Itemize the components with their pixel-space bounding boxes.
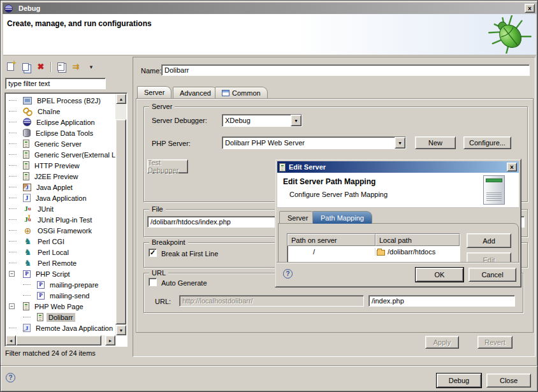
- help-icon[interactable]: ?: [6, 373, 15, 382]
- tree-item-java-applet[interactable]: Java Applet: [5, 182, 116, 192]
- server-icon: [23, 161, 29, 170]
- tree-item-label: mailing-prepare: [48, 280, 100, 289]
- url-path-input[interactable]: /index.php: [368, 295, 515, 307]
- table-row[interactable]: / /dolibarr/htdocs: [287, 246, 460, 258]
- tree-connector: [9, 165, 23, 166]
- new-server-button[interactable]: New: [415, 136, 456, 149]
- tree-item-osgi-framework[interactable]: OSGi Framework: [5, 225, 116, 236]
- hscroll-thumb[interactable]: [16, 335, 101, 345]
- filter-icon[interactable]: ⇉: [70, 61, 82, 73]
- tree-connector: [9, 198, 23, 198]
- dialog-tab-server[interactable]: Server: [279, 211, 316, 224]
- tree-item-mailing-prepare[interactable]: mailing-prepare: [5, 279, 116, 290]
- dialog-subheading: Configure Server Path Mapping: [289, 191, 388, 198]
- tree-connector: [9, 219, 23, 220]
- filter-input[interactable]: type filter text: [5, 78, 106, 89]
- tree-vscrollbar[interactable]: ▲ ▼: [115, 94, 126, 335]
- name-input[interactable]: Dolibarr: [161, 64, 530, 76]
- tree-item-php-script[interactable]: −PHP Script: [5, 268, 116, 279]
- db-icon: [23, 129, 31, 137]
- tree-item-perl-local[interactable]: Perl Local: [5, 247, 116, 258]
- scroll-up-icon[interactable]: ▲: [116, 94, 126, 104]
- path-mapping-content: Path on server Local path / /dolibarr/ht…: [278, 223, 519, 264]
- tree-hscrollbar[interactable]: ◄ ►: [6, 335, 115, 345]
- config-tree: BPEL Process (B2J)ChaîneEclipse Applicat…: [5, 95, 116, 335]
- collapse-expander-icon[interactable]: −: [9, 271, 15, 277]
- tab-common[interactable]: Common: [215, 87, 268, 99]
- edit-server-dialog: Edit Server × Edit Server Path Mapping C…: [275, 159, 521, 287]
- cancel-button[interactable]: Cancel: [469, 268, 516, 282]
- tree-item-label: HTTP Preview: [33, 161, 82, 170]
- server-icon: [23, 302, 29, 310]
- tree-item-junit-plug-in-test[interactable]: JUnit Plug-in Test: [5, 214, 116, 225]
- vscroll-thumb[interactable]: [115, 119, 126, 324]
- test-debugger-button[interactable]: Test Debugger: [147, 159, 188, 173]
- banner: Create, manage, and run configurations: [3, 14, 536, 55]
- column-header-local-path[interactable]: Local path: [375, 234, 460, 246]
- server-debugger-select[interactable]: XDebug ▼: [222, 114, 302, 127]
- tree-item-remote-java-application[interactable]: Remote Java Application: [5, 323, 116, 333]
- scroll-left-icon[interactable]: ◄: [6, 335, 16, 345]
- tree-connector: [9, 252, 23, 252]
- eclipse-icon: [4, 4, 13, 13]
- tree-item-label: Generic Server: [33, 140, 84, 149]
- tree-item-label: Eclipse Application: [34, 118, 97, 127]
- tab-advanced[interactable]: Advanced: [173, 87, 218, 99]
- bug-icon: [485, 15, 534, 54]
- tree-item-junit[interactable]: JUnit: [5, 203, 116, 214]
- close-icon[interactable]: ×: [525, 4, 535, 13]
- tree-item-generic-server[interactable]: Generic Server: [5, 138, 116, 149]
- close-button[interactable]: Close: [486, 374, 531, 388]
- tree-item-cha-ne[interactable]: Chaîne: [5, 106, 116, 117]
- configure-button[interactable]: Configure...: [463, 136, 511, 149]
- junit-plugin-icon: [23, 215, 33, 224]
- duplicate-config-icon[interactable]: [20, 61, 31, 73]
- tree-item-eclipse-application[interactable]: Eclipse Application: [5, 117, 116, 127]
- tree-item-label: Chaîne: [36, 107, 62, 116]
- window-titlebar[interactable]: Debug ×: [3, 3, 537, 14]
- tree-item-php-web-page[interactable]: −PHP Web Page: [5, 301, 116, 312]
- dialog-heading: Edit Server Path Mapping: [283, 177, 375, 186]
- tree-item-mailing-send[interactable]: mailing-send: [5, 290, 116, 301]
- tree-item-http-preview[interactable]: HTTP Preview: [5, 160, 116, 171]
- tree-item-java-application[interactable]: Java Application: [5, 192, 116, 203]
- break-first-line-checkbox[interactable]: ✓: [149, 249, 157, 257]
- tree-item-label: Perl CGI: [36, 237, 66, 246]
- ok-button[interactable]: OK: [416, 268, 463, 282]
- filter-status: Filter matched 24 of 24 items: [5, 349, 96, 357]
- tree-item-label: Perl Remote: [36, 259, 78, 268]
- tree-item-dolibarr[interactable]: Dolibarr: [5, 312, 116, 323]
- collapse-expander-icon[interactable]: −: [9, 303, 15, 309]
- dialog-tab-path-mapping[interactable]: Path Mapping: [312, 211, 372, 224]
- tree-item-label: PHP Script: [34, 270, 72, 279]
- tree-item-perl-cgi[interactable]: Perl CGI: [5, 236, 116, 247]
- java-icon: [23, 194, 31, 202]
- tree-item-eclipse-data-tools[interactable]: Eclipse Data Tools: [5, 127, 116, 138]
- debug-button[interactable]: Debug: [437, 374, 481, 388]
- scroll-down-icon[interactable]: ▼: [116, 325, 126, 335]
- filter-menu-arrow-icon[interactable]: ▾: [85, 61, 97, 73]
- tree-item-j2ee-preview[interactable]: J2EE Preview: [5, 171, 116, 182]
- revert-button[interactable]: Revert: [477, 336, 513, 349]
- apply-button[interactable]: Apply: [425, 336, 459, 349]
- close-icon[interactable]: ×: [507, 163, 517, 171]
- new-config-icon[interactable]: [4, 61, 16, 73]
- help-icon[interactable]: ?: [283, 269, 293, 279]
- auto-generate-checkbox[interactable]: [149, 278, 157, 286]
- dialog-title: Edit Server: [289, 163, 326, 171]
- tree-item-perl-remote[interactable]: Perl Remote: [5, 258, 116, 268]
- tab-server[interactable]: Server: [137, 86, 171, 98]
- server-group-title: Server: [149, 103, 175, 110]
- column-header-path-on-server[interactable]: Path on server: [287, 234, 375, 246]
- tree-item-generic-server-external-la[interactable]: Generic Server(External La: [5, 149, 116, 160]
- chevron-down-icon[interactable]: ▼: [395, 137, 405, 149]
- collapse-all-icon[interactable]: [55, 61, 66, 73]
- server-icon: [23, 140, 29, 148]
- add-button[interactable]: Add: [467, 233, 511, 248]
- chevron-down-icon[interactable]: ▼: [291, 115, 302, 126]
- dialog-titlebar[interactable]: Edit Server ×: [277, 161, 519, 173]
- scroll-right-icon[interactable]: ►: [105, 335, 115, 345]
- php-server-select[interactable]: Dolibarr PHP Web Server ▼: [222, 136, 406, 149]
- delete-config-icon[interactable]: ✖: [35, 61, 47, 73]
- tree-item-bpel-process-b2j[interactable]: BPEL Process (B2J): [5, 95, 116, 106]
